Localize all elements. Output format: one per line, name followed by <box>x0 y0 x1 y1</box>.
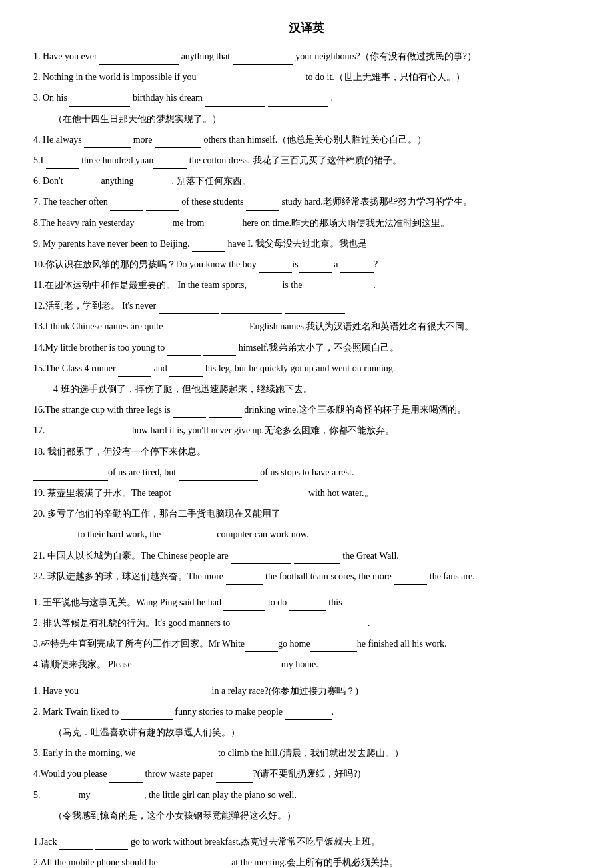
exercise-line: 1. 王平说他与这事无关。Wang Ping said he had to do… <box>33 594 580 611</box>
fill-blank <box>289 600 326 611</box>
exercise-line: 7. The teacher often of these students s… <box>33 193 580 210</box>
exercise-line: 3. On his birthday his dream . <box>33 89 580 106</box>
fill-blank <box>110 200 143 211</box>
fill-blank <box>163 533 215 543</box>
fill-blank <box>153 158 187 169</box>
section-1: 1. Have you ever anything that your neig… <box>33 48 580 585</box>
exercise-line: 4.Would you please throw waste paper ?(请… <box>33 765 580 782</box>
fill-blank <box>81 689 128 699</box>
exercise-line: 19. 茶壶里装满了开水。The teapot with hot water.。 <box>33 485 580 501</box>
fill-blank <box>245 641 278 652</box>
exercise-line: 2. Mark Twain liked to funny stories to … <box>33 703 580 720</box>
fill-blank <box>226 574 263 585</box>
fill-blank <box>95 839 128 850</box>
fill-blank <box>65 179 99 189</box>
exercise-line: 18. 我们都累了，但没有一个停下来休息。 <box>33 443 580 460</box>
fill-blank <box>138 751 171 761</box>
fill-blank <box>173 407 206 418</box>
exercise-line: 2. Nothing in the world is impossible if… <box>33 69 580 85</box>
exercise-line: to their hard work, the computer can wor… <box>33 526 580 543</box>
fill-blank <box>43 793 76 803</box>
fill-blank <box>93 793 144 803</box>
fill-blank <box>294 553 340 564</box>
exercise-line: 13.I think Chinese names are quite Engli… <box>33 318 580 335</box>
exercise-line: 1.Jack go to work without breakfast.杰克过去… <box>33 833 580 850</box>
fill-blank <box>137 221 170 231</box>
exercise-line: 4.请顺便来我家。 Please my home. <box>33 656 580 673</box>
fill-blank <box>160 860 193 868</box>
fill-blank <box>136 179 169 189</box>
fill-blank <box>209 325 247 335</box>
exercise-line: 17. how hard it is, you'll never give up… <box>33 422 580 439</box>
fill-blank <box>233 54 293 65</box>
exercise-line: （令我感到惊奇的是，这个小女孩钢琴竟能弹得这么好。） <box>33 807 580 824</box>
fill-blank <box>305 283 338 293</box>
fill-blank <box>174 751 216 761</box>
exercise-line: 11.在团体运动中和作是最重要的。 In the team sports, is… <box>33 277 580 293</box>
fill-blank <box>249 283 282 293</box>
exercise-line: 6. Don't anything . 别落下任何东西。 <box>33 173 580 189</box>
fill-blank <box>179 470 258 481</box>
fill-blank <box>246 200 279 211</box>
fill-blank <box>134 663 176 673</box>
section-3: 1. Have you in a relay race?(你参加过接力赛吗？)2… <box>33 683 580 824</box>
exercise-line: 1. Have you in a relay race?(你参加过接力赛吗？) <box>33 683 580 699</box>
fill-blank <box>209 407 242 418</box>
fill-blank <box>47 429 81 439</box>
exercise-line: 8.The heavy rain yesterday me from here … <box>33 215 580 231</box>
fill-blank <box>192 241 225 252</box>
fill-blank <box>233 621 275 631</box>
fill-blank <box>199 75 232 85</box>
fill-blank <box>33 470 108 481</box>
exercise-line: 4. He always more others than himself.（他… <box>33 131 580 148</box>
fill-blank <box>270 75 303 85</box>
exercise-line: 3. Early in the morning, we to climb the… <box>33 745 580 761</box>
fill-blank <box>173 491 220 501</box>
fill-blank <box>46 158 79 169</box>
fill-blank <box>340 283 373 293</box>
fill-blank <box>33 533 75 543</box>
fill-blank <box>83 429 130 439</box>
fill-blank <box>121 709 173 720</box>
exercise-line: 16.The strange cup with three legs is dr… <box>33 401 580 418</box>
fill-blank <box>235 75 268 85</box>
exercise-line: 10.你认识在放风筝的那的男孩吗？Do you know the boy is … <box>33 256 580 273</box>
fill-blank <box>109 772 143 783</box>
fill-blank <box>118 366 151 377</box>
page-title: 汉译英 <box>33 20 580 36</box>
fill-blank <box>130 689 209 699</box>
exercise-line: （在他十四生日那天他的梦想实现了。） <box>33 111 580 127</box>
fill-blank <box>223 600 265 611</box>
fill-blank <box>205 96 265 107</box>
exercise-line: 21. 中国人以长城为自豪。The Chinese people are the… <box>33 547 580 564</box>
fill-blank <box>221 303 282 314</box>
fill-blank <box>231 553 291 564</box>
fill-blank <box>159 303 219 314</box>
exercise-line: 2. 排队等候是有礼貌的行为。It's good manners to . <box>33 615 580 631</box>
fill-blank <box>321 621 368 631</box>
fill-blank <box>99 54 179 65</box>
exercise-line: 20. 多亏了他们的辛勤的工作，那台二手货电脑现在又能用了 <box>33 505 580 522</box>
fill-blank <box>207 221 240 231</box>
exercise-line: 9. My parents have never been to Beijing… <box>33 235 580 252</box>
fill-blank <box>196 860 229 868</box>
fill-blank <box>285 709 332 720</box>
content-area: 1. Have you ever anything that your neig… <box>33 48 580 868</box>
fill-blank <box>340 262 374 273</box>
fill-blank <box>203 345 236 356</box>
fill-blank <box>69 96 130 107</box>
exercise-line: 15.The Class 4 runner and his leg, but h… <box>33 360 580 377</box>
fill-blank <box>299 262 332 273</box>
section-2: 1. 王平说他与这事无关。Wang Ping said he had to do… <box>33 594 580 673</box>
fill-blank <box>167 345 201 356</box>
exercise-line: （马克．吐温喜欢讲有趣的故事逗人们笑。） <box>33 724 580 741</box>
fill-blank <box>84 137 131 148</box>
fill-blank <box>169 366 203 377</box>
fill-blank <box>59 839 93 850</box>
fill-blank <box>259 262 292 273</box>
exercise-line: 14.My little brother is too young to him… <box>33 339 580 356</box>
exercise-line: 1. Have you ever anything that your neig… <box>33 48 580 65</box>
fill-blank <box>146 200 179 211</box>
fill-blank <box>222 491 306 501</box>
section-4: 1.Jack go to work without breakfast.杰克过去… <box>33 833 580 868</box>
